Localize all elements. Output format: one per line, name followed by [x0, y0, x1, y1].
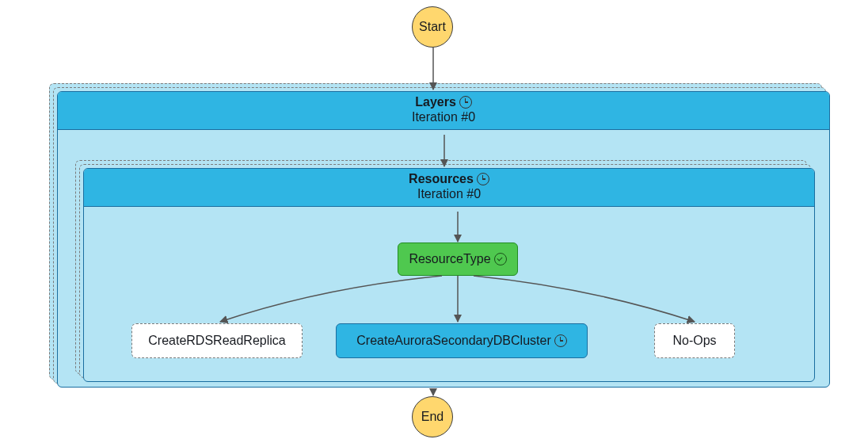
layers-header: Layers Iteration #0 [58, 92, 829, 130]
end-node[interactable]: End [412, 396, 453, 437]
branch-label: CreateAuroraSecondaryDBCluster [356, 334, 550, 348]
layers-iteration: Iteration #0 [58, 110, 829, 124]
start-node[interactable]: Start [412, 6, 453, 48]
branch-label: No-Ops [672, 334, 716, 348]
resources-title: Resources [409, 172, 474, 186]
end-label: End [421, 410, 444, 424]
clock-icon [459, 96, 472, 109]
layers-title: Layers [415, 95, 456, 109]
resources-map-state[interactable]: Resources Iteration #0 ResourceType Crea… [83, 168, 815, 382]
branch-label: CreateRDSReadReplica [148, 334, 285, 348]
start-label: Start [419, 20, 446, 34]
branch-create-aurora-secondary-db-cluster[interactable]: CreateAuroraSecondaryDBCluster [336, 323, 588, 358]
layers-map-state[interactable]: Layers Iteration #0 Resources Iteration … [57, 91, 830, 388]
resources-header: Resources Iteration #0 [84, 169, 814, 207]
resource-type-label: ResourceType [409, 252, 490, 266]
clock-icon [477, 173, 489, 185]
check-circle-icon [494, 253, 507, 265]
resource-type-choice-state[interactable]: ResourceType [398, 243, 518, 276]
clock-icon [554, 334, 567, 347]
resources-iteration: Iteration #0 [84, 187, 814, 201]
branch-create-rds-read-replica[interactable]: CreateRDSReadReplica [131, 323, 303, 358]
branch-no-ops[interactable]: No-Ops [654, 323, 735, 358]
